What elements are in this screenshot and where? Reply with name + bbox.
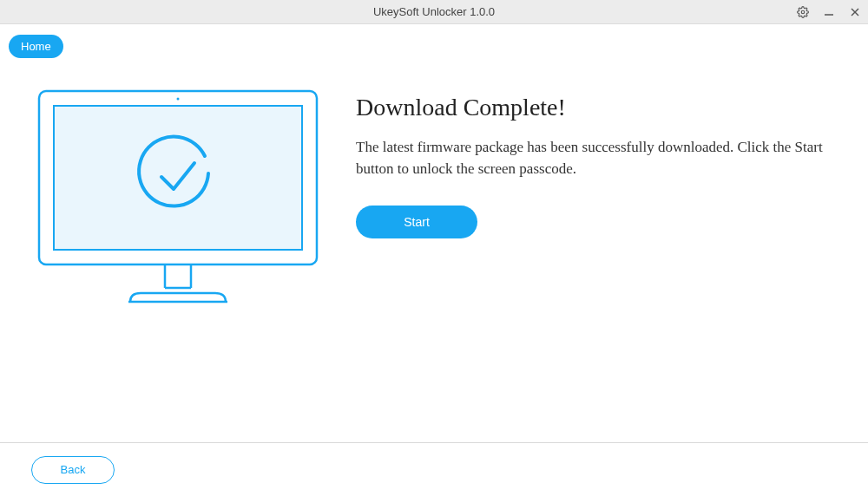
monitor-checkmark-illustration <box>35 87 321 312</box>
main-content: Download Complete! The latest firmware p… <box>35 87 833 312</box>
back-button[interactable]: Back <box>31 456 115 484</box>
start-button[interactable]: Start <box>356 206 477 238</box>
settings-icon[interactable] <box>795 4 811 20</box>
page-heading: Download Complete! <box>356 94 833 121</box>
home-tab-label: Home <box>21 40 51 53</box>
svg-rect-6 <box>54 106 302 250</box>
window-title: UkeySoft Unlocker 1.0.0 <box>0 5 868 18</box>
home-tab[interactable]: Home <box>9 35 63 58</box>
close-icon[interactable] <box>847 4 863 20</box>
titlebar: UkeySoft Unlocker 1.0.0 <box>0 0 868 24</box>
page-description: The latest firmware package has been suc… <box>356 137 833 179</box>
start-button-label: Start <box>404 215 430 229</box>
footer: Back <box>0 442 868 496</box>
back-button-label: Back <box>61 463 86 476</box>
minimize-icon[interactable] <box>821 4 837 20</box>
svg-point-0 <box>801 10 805 14</box>
svg-point-5 <box>177 98 180 101</box>
window-controls <box>795 4 863 20</box>
content-panel: Download Complete! The latest firmware p… <box>356 87 833 312</box>
